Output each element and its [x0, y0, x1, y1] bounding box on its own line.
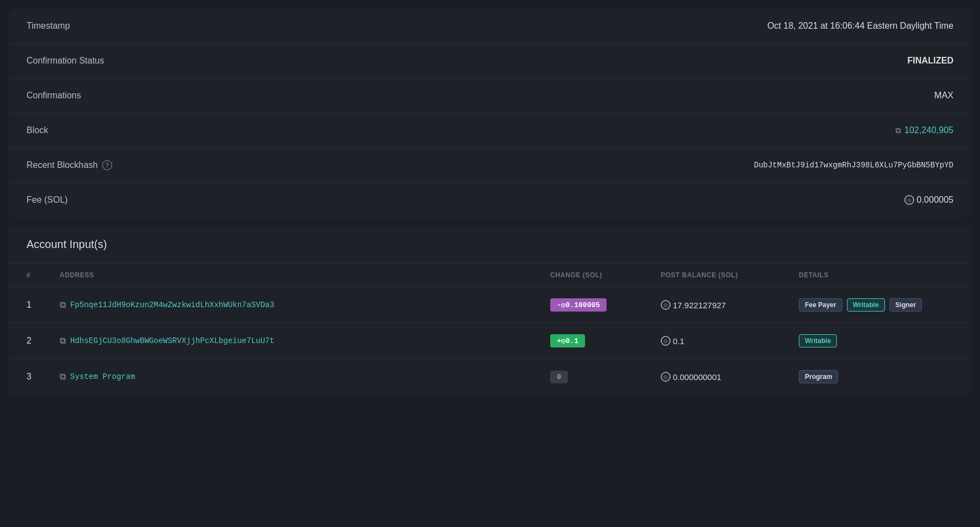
row-2-balance-cell: ◎ 0.1 [661, 336, 799, 346]
row-1-number: 1 [27, 300, 60, 310]
table-row: 1 ⧉ Fp5nqe11JdH9oKzun2M4wZwzkwidLhXxhWUk… [9, 287, 971, 323]
row-1-balance-cell: ◎ 17.922127927 [661, 300, 799, 310]
block-value[interactable]: ⧉ 102,240,905 [895, 125, 953, 135]
confirmations-value: MAX [934, 91, 953, 101]
row-1-change-cell: -◎0.100005 [550, 298, 661, 312]
row-1-details-cell: Fee Payer Writable Signer [799, 298, 953, 312]
table-row: 2 ⧉ HdhsEGjCU3o8GhwBWGoeWSRVXjjhPcXLbgei… [9, 323, 971, 359]
row-1-address-cell: ⧉ Fp5nqe11JdH9oKzun2M4wZwzkwidLhXxhWUkn7… [60, 300, 550, 310]
block-number: 102,240,905 [904, 125, 953, 135]
confirmations-row: Confirmations MAX [9, 78, 971, 113]
fee-label: Fee (SOL) [27, 195, 68, 205]
row-3-address[interactable]: System Program [70, 372, 135, 381]
col-header-change: CHANGE (SOL) [550, 271, 661, 279]
recent-blockhash-row: Recent Blockhash ? DubJtMxBtJ9id17wxgmRh… [9, 148, 971, 183]
row-3-balance: 0.000000001 [673, 372, 721, 382]
row-1-balance: 17.922127927 [673, 301, 726, 310]
blockhash-help-icon[interactable]: ? [102, 160, 112, 170]
main-container: Timestamp Oct 18, 2021 at 16:06:44 Easte… [0, 9, 980, 394]
recent-blockhash-label: Recent Blockhash ? [27, 160, 112, 170]
col-header-details: DETAILS [799, 271, 953, 279]
col-header-balance: POST BALANCE (SOL) [661, 271, 799, 279]
block-copy-icon[interactable]: ⧉ [895, 126, 901, 135]
row-2-address-cell: ⧉ HdhsEGjCU3o8GhwBWGoeWSRVXjjhPcXLbgeiue… [60, 336, 550, 346]
row-1-badge-signer: Signer [889, 298, 922, 312]
account-inputs-table: # ADDRESS CHANGE (SOL) POST BALANCE (SOL… [9, 264, 971, 394]
row-1-change-badge: -◎0.100005 [550, 298, 607, 312]
row-2-change-badge: +◎0.1 [550, 334, 585, 347]
row-3-address-cell: ⧉ System Program [60, 372, 550, 382]
fee-sol-icon: ◎ [904, 195, 914, 205]
col-header-address: ADDRESS [60, 271, 550, 279]
row-3-change-badge: 0 [550, 371, 568, 383]
row-2-badge-writable: Writable [799, 334, 837, 347]
row-3-number: 3 [27, 372, 60, 382]
row-3-copy-icon[interactable]: ⧉ [60, 372, 66, 382]
confirmations-label: Confirmations [27, 91, 81, 101]
row-2-details-cell: Writable [799, 334, 953, 347]
timestamp-label: Timestamp [27, 21, 70, 31]
row-2-balance: 0.1 [673, 336, 684, 346]
row-2-address[interactable]: HdhsEGjCU3o8GhwBWGoeWSRVXjjhPcXLbgeiue7L… [70, 336, 275, 345]
confirmation-status-row: Confirmation Status FINALIZED [9, 44, 971, 78]
row-3-details-cell: Program [799, 370, 953, 383]
col-header-number: # [27, 271, 60, 279]
row-3-balance-cell: ◎ 0.000000001 [661, 372, 799, 382]
block-row: Block ⧉ 102,240,905 [9, 113, 971, 148]
confirmation-status-label: Confirmation Status [27, 56, 104, 66]
row-2-change-cell: +◎0.1 [550, 334, 661, 347]
row-1-copy-icon[interactable]: ⧉ [60, 300, 66, 310]
row-1-address[interactable]: Fp5nqe11JdH9oKzun2M4wZwzkwidLhXxhWUkn7aS… [70, 301, 275, 309]
fee-amount: 0.000005 [916, 195, 953, 205]
confirmation-status-value: FINALIZED [907, 56, 953, 66]
recent-blockhash-value: DubJtMxBtJ9id17wxgmRhJ398L6XLu7PyGbBN5BY… [754, 161, 953, 170]
fee-row: Fee (SOL) ◎ 0.000005 [9, 183, 971, 217]
info-card: Timestamp Oct 18, 2021 at 16:06:44 Easte… [9, 9, 971, 217]
row-3-sol-icon: ◎ [661, 372, 671, 382]
row-1-badge-fee-payer: Fee Payer [799, 298, 842, 312]
table-header: # ADDRESS CHANGE (SOL) POST BALANCE (SOL… [9, 264, 971, 287]
row-1-sol-icon: ◎ [661, 300, 671, 310]
account-inputs-title: Account Input(s) [9, 226, 971, 264]
block-label: Block [27, 125, 48, 135]
row-2-sol-icon: ◎ [661, 336, 671, 346]
table-row: 3 ⧉ System Program 0 ◎ 0.000000001 Progr… [9, 359, 971, 394]
row-1-badge-writable: Writable [847, 298, 885, 312]
row-3-change-cell: 0 [550, 371, 661, 383]
timestamp-value: Oct 18, 2021 at 16:06:44 Eastern Dayligh… [767, 21, 953, 31]
account-inputs-card: Account Input(s) # ADDRESS CHANGE (SOL) … [9, 226, 971, 394]
row-2-number: 2 [27, 336, 60, 346]
row-2-copy-icon[interactable]: ⧉ [60, 336, 66, 346]
fee-value: ◎ 0.000005 [904, 195, 953, 205]
timestamp-row: Timestamp Oct 18, 2021 at 16:06:44 Easte… [9, 9, 971, 44]
row-3-badge-program: Program [799, 370, 838, 383]
